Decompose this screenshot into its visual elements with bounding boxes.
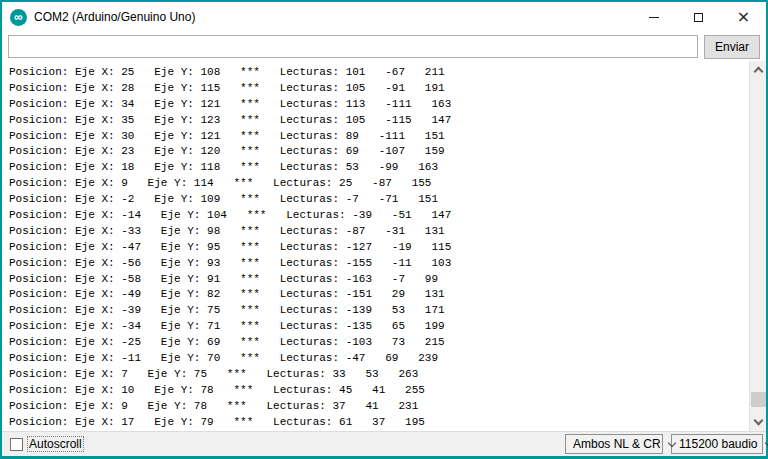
send-row: Enviar bbox=[2, 32, 766, 61]
chevron-up-icon bbox=[754, 67, 764, 77]
serial-line: Posicion: Eje X: -49 Eje Y: 82 *** Lectu… bbox=[9, 287, 749, 303]
serial-line: Posicion: Eje X: -2 Eje Y: 109 *** Lectu… bbox=[9, 192, 749, 208]
serial-line: Posicion: Eje X: -14 Eje Y: 104 *** Lect… bbox=[9, 208, 749, 224]
serial-line: Posicion: Eje X: 35 Eje Y: 123 *** Lectu… bbox=[9, 113, 749, 129]
serial-line: Posicion: Eje X: 25 Eje Y: 108 *** Lectu… bbox=[9, 65, 749, 81]
autoscroll-checkbox[interactable] bbox=[10, 438, 23, 451]
line-ending-value: Ambos NL & CR bbox=[573, 437, 661, 451]
serial-line: Posicion: Eje X: 9 Eje Y: 78 *** Lectura… bbox=[9, 399, 749, 415]
serial-line: Posicion: Eje X: 23 Eje Y: 120 *** Lectu… bbox=[9, 144, 749, 160]
line-ending-select[interactable]: Ambos NL & CR bbox=[565, 434, 663, 454]
serial-line: Posicion: Eje X: -33 Eje Y: 98 *** Lectu… bbox=[9, 224, 749, 240]
serial-line: Posicion: Eje X: -34 Eje Y: 71 *** Lectu… bbox=[9, 319, 749, 335]
serial-line: Posicion: Eje X: -58 Eje Y: 91 *** Lectu… bbox=[9, 272, 749, 288]
serial-message-input[interactable] bbox=[8, 35, 698, 58]
serial-line: Posicion: Eje X: -39 Eje Y: 75 *** Lectu… bbox=[9, 303, 749, 319]
serial-line: Posicion: Eje X: 9 Eje Y: 114 *** Lectur… bbox=[9, 176, 749, 192]
maximize-button[interactable] bbox=[676, 2, 721, 32]
serial-line: Posicion: Eje X: 10 Eje Y: 78 *** Lectur… bbox=[9, 383, 749, 399]
minimize-icon bbox=[649, 17, 659, 18]
vertical-scrollbar[interactable] bbox=[749, 61, 766, 431]
arduino-logo-icon: ∞ bbox=[10, 9, 27, 26]
serial-line: Posicion: Eje X: 28 Eje Y: 115 *** Lectu… bbox=[9, 81, 749, 97]
serial-line: Posicion: Eje X: 17 Eje Y: 79 *** Lectur… bbox=[9, 415, 749, 431]
scrollbar-thumb[interactable] bbox=[751, 392, 766, 407]
serial-line: Posicion: Eje X: 30 Eje Y: 121 *** Lectu… bbox=[9, 129, 749, 145]
chevron-down-icon bbox=[764, 438, 768, 446]
scroll-down-button[interactable] bbox=[750, 414, 767, 431]
baud-rate-select[interactable]: 115200 baudio bbox=[671, 434, 763, 454]
serial-monitor-window: ∞ COM2 (Arduino/Genuino Uno) × Enviar Po… bbox=[0, 0, 768, 459]
minimize-button[interactable] bbox=[631, 2, 676, 32]
close-icon: × bbox=[737, 9, 750, 25]
serial-line: Posicion: Eje X: -25 Eje Y: 69 *** Lectu… bbox=[9, 335, 749, 351]
serial-output-lines: Posicion: Eje X: 25 Eje Y: 108 *** Lectu… bbox=[9, 65, 749, 430]
baud-rate-value: 115200 baudio bbox=[679, 437, 758, 451]
serial-line: Posicion: Eje X: 7 Eje Y: 75 *** Lectura… bbox=[9, 367, 749, 383]
serial-line: Posicion: Eje X: 18 Eje Y: 118 *** Lectu… bbox=[9, 160, 749, 176]
serial-output[interactable]: Posicion: Eje X: 25 Eje Y: 108 *** Lectu… bbox=[2, 61, 749, 431]
maximize-icon bbox=[694, 13, 703, 22]
send-button[interactable]: Enviar bbox=[704, 35, 760, 59]
window-controls: × bbox=[631, 2, 766, 32]
serial-line: Posicion: Eje X: 34 Eje Y: 121 *** Lectu… bbox=[9, 97, 749, 113]
serial-line: Posicion: Eje X: -11 Eje Y: 70 *** Lectu… bbox=[9, 351, 749, 367]
serial-line: Posicion: Eje X: -47 Eje Y: 95 *** Lectu… bbox=[9, 240, 749, 256]
titlebar: ∞ COM2 (Arduino/Genuino Uno) × bbox=[2, 2, 766, 32]
serial-output-area: Posicion: Eje X: 25 Eje Y: 108 *** Lectu… bbox=[2, 61, 766, 431]
autoscroll-label[interactable]: Autoscroll bbox=[28, 437, 83, 451]
close-button[interactable]: × bbox=[721, 2, 766, 32]
window-title: COM2 (Arduino/Genuino Uno) bbox=[34, 10, 631, 24]
serial-line: Posicion: Eje X: -56 Eje Y: 93 *** Lectu… bbox=[9, 256, 749, 272]
scroll-up-button[interactable] bbox=[750, 61, 767, 78]
statusbar: Autoscroll Ambos NL & CR 115200 baudio bbox=[2, 431, 766, 456]
chevron-down-icon bbox=[754, 416, 764, 426]
